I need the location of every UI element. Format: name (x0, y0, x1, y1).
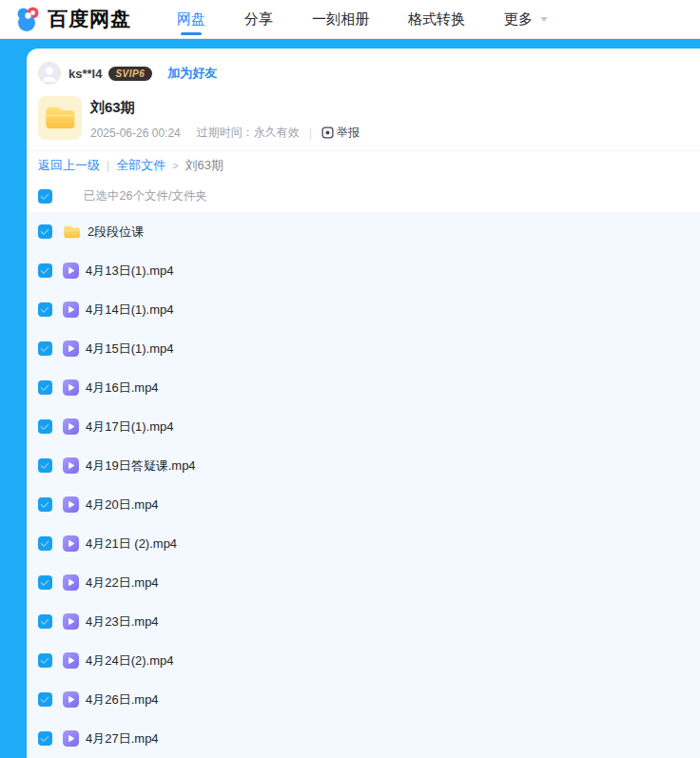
share-card: ks**l4 SVIP6 加为好友 刘63期 2025-06-26 00:24 … (27, 49, 700, 758)
selection-header: 已选中26个文件/文件夹 (27, 180, 700, 212)
chevron-down-icon (540, 17, 548, 22)
video-icon (63, 301, 79, 318)
file-row[interactable]: 4月20日.mp4 (27, 485, 700, 524)
active-tab-underline (181, 32, 202, 35)
video-icon (63, 535, 79, 552)
baidu-netdisk-logo-icon (13, 5, 42, 33)
file-list: 2段段位课 4月13日(1).mp4 4月14日(1).mp4 (27, 212, 700, 758)
file-row[interactable]: 4月27日.mp4 (27, 719, 700, 758)
nav-item-label: 分享 (244, 10, 273, 29)
video-icon (63, 457, 79, 474)
video-icon (63, 613, 79, 630)
row-checkbox[interactable] (38, 224, 52, 239)
row-checkbox[interactable] (38, 497, 52, 512)
file-name[interactable]: 4月15日(1).mp4 (86, 340, 173, 358)
share-page-background: ks**l4 SVIP6 加为好友 刘63期 2025-06-26 00:24 … (0, 39, 700, 758)
breadcrumb-chevron: > (172, 160, 178, 171)
file-row[interactable]: 4月22日.mp4 (27, 563, 700, 602)
row-checkbox[interactable] (38, 380, 52, 395)
row-checkbox[interactable] (38, 458, 52, 473)
folder-icon (63, 224, 81, 240)
nav-item-label: 格式转换 (408, 10, 465, 29)
file-row[interactable]: 4月21日 (2).mp4 (27, 524, 700, 563)
report-icon (321, 126, 337, 139)
file-name[interactable]: 4月16日.mp4 (86, 379, 159, 397)
breadcrumb-current: 刘63期 (185, 157, 224, 174)
report-label: 举报 (337, 125, 360, 141)
file-name[interactable]: 4月23日.mp4 (86, 613, 159, 631)
video-icon (63, 574, 79, 591)
row-checkbox[interactable] (38, 653, 52, 668)
nav-item-4[interactable]: 更多 (504, 0, 548, 38)
video-icon (63, 691, 79, 708)
file-row[interactable]: 4月16日.mp4 (27, 368, 700, 407)
breadcrumb: 返回上一级 | 全部文件 > 刘63期 (27, 151, 700, 180)
nav-item-3[interactable]: 格式转换 (408, 0, 465, 38)
brand-home-link[interactable]: 百度网盘 (13, 5, 131, 33)
add-friend-link[interactable]: 加为好友 (167, 65, 217, 82)
avatar (38, 62, 61, 85)
file-row[interactable]: 2段段位课 (27, 212, 700, 251)
file-row[interactable]: 4月24日(2).mp4 (27, 641, 700, 680)
main-nav: 网盘 分享 一刻相册 格式转换 更多 (177, 0, 587, 38)
video-icon (63, 379, 79, 396)
video-icon (63, 652, 79, 669)
nav-item-0[interactable]: 网盘 (177, 0, 205, 38)
row-checkbox[interactable] (38, 692, 52, 707)
file-row[interactable]: 4月19日答疑课.mp4 (27, 446, 700, 485)
nav-item-label: 更多 (504, 10, 533, 29)
video-icon (63, 340, 79, 357)
meta-divider: | (309, 126, 312, 140)
nav-item-label: 网盘 (177, 10, 205, 29)
file-name[interactable]: 4月14日(1).mp4 (86, 301, 173, 319)
share-date: 2025-06-26 00:24 (90, 126, 181, 140)
file-name[interactable]: 4月26日.mp4 (86, 691, 159, 709)
selection-summary: 已选中26个文件/文件夹 (84, 188, 207, 204)
row-checkbox[interactable] (38, 419, 52, 434)
file-name[interactable]: 2段段位课 (88, 224, 144, 241)
row-checkbox[interactable] (38, 263, 52, 278)
top-navigation-bar: 百度网盘 网盘 分享 一刻相册 格式转换 更多 (0, 0, 700, 39)
share-owner-row: ks**l4 SVIP6 加为好友 (27, 49, 700, 85)
video-icon (63, 730, 79, 747)
svip-badge: SVIP6 (108, 67, 152, 81)
row-checkbox[interactable] (38, 575, 52, 590)
row-checkbox[interactable] (38, 341, 52, 356)
file-name[interactable]: 4月19日答疑课.mp4 (86, 457, 196, 475)
file-name[interactable]: 4月22日.mp4 (86, 574, 159, 592)
file-name[interactable]: 4月17日(1).mp4 (86, 418, 173, 436)
share-header: 刘63期 2025-06-26 00:24 过期时间：永久有效 | 举报 (27, 85, 700, 141)
video-icon (63, 262, 79, 279)
video-icon (63, 418, 79, 435)
file-row[interactable]: 4月23日.mp4 (27, 602, 700, 641)
file-row[interactable]: 4月14日(1).mp4 (27, 290, 700, 329)
nav-item-label: 一刻相册 (312, 10, 369, 29)
breadcrumb-back-link[interactable]: 返回上一级 (38, 157, 100, 174)
file-name[interactable]: 4月27日.mp4 (86, 730, 159, 748)
file-name[interactable]: 4月20日.mp4 (86, 496, 159, 514)
file-row[interactable]: 4月17日(1).mp4 (27, 407, 700, 446)
file-row[interactable]: 4月13日(1).mp4 (27, 251, 700, 290)
file-row[interactable]: 4月26日.mp4 (27, 680, 700, 719)
nav-item-1[interactable]: 分享 (244, 0, 273, 38)
report-button[interactable]: 举报 (321, 125, 360, 141)
breadcrumb-divider: | (107, 159, 109, 172)
video-icon (63, 496, 79, 513)
share-info: 刘63期 2025-06-26 00:24 过期时间：永久有效 | 举报 (90, 96, 360, 141)
nav-item-2[interactable]: 一刻相册 (312, 0, 369, 38)
file-row[interactable]: 4月15日(1).mp4 (27, 329, 700, 368)
brand-title: 百度网盘 (48, 6, 131, 32)
file-name[interactable]: 4月21日 (2).mp4 (86, 535, 177, 553)
file-name[interactable]: 4月24日(2).mp4 (86, 652, 173, 670)
row-checkbox[interactable] (38, 536, 52, 551)
share-title: 刘63期 (90, 99, 360, 117)
owner-username: ks**l4 (68, 67, 102, 81)
file-name[interactable]: 4月13日(1).mp4 (86, 262, 173, 280)
share-folder-icon (38, 96, 82, 140)
share-expire: 过期时间：永久有效 (197, 125, 300, 141)
row-checkbox[interactable] (38, 302, 52, 317)
breadcrumb-all-files-link[interactable]: 全部文件 (116, 157, 165, 174)
row-checkbox[interactable] (38, 614, 52, 629)
select-all-checkbox[interactable] (38, 189, 52, 204)
row-checkbox[interactable] (38, 731, 52, 746)
